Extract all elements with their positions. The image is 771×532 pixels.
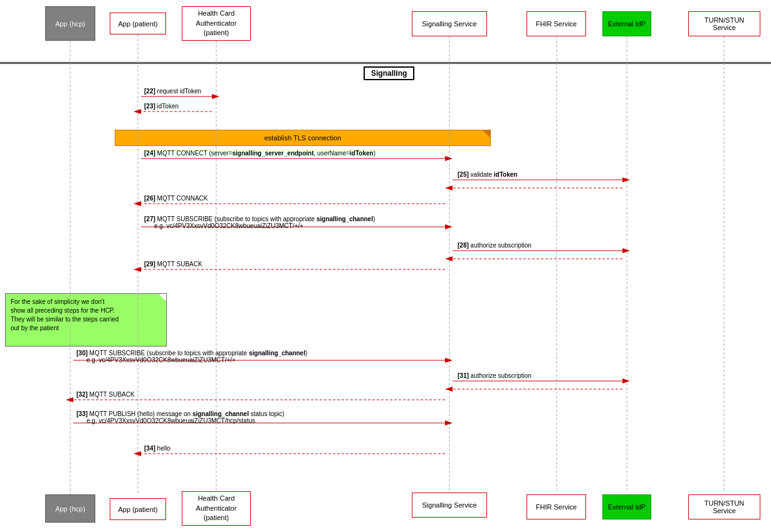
tls-box: establish TLS connection: [115, 130, 491, 146]
note-corner: [159, 294, 166, 301]
msg-32: [32] MQTT SUBACK: [76, 391, 135, 398]
participant-externalidp-bottom: External IdP: [602, 494, 651, 519]
msg-34: [34] hello: [144, 445, 170, 452]
participant-fhir-top: FHIR Service: [527, 11, 586, 36]
msg-33: [33] MQTT PUBLISH (hello) message on sig…: [76, 410, 285, 424]
msg-22: [22] request idToken: [144, 88, 201, 95]
svg-marker-28: [445, 358, 453, 363]
svg-marker-38: [134, 451, 141, 456]
participant-authenticator-top: Health CardAuthenticator (patient): [182, 6, 251, 41]
msg-26: [26] MQTT CONNACK: [144, 195, 208, 202]
participant-authenticator-bottom: Health CardAuthenticator (patient): [182, 491, 251, 526]
msg-23: [23] idToken: [144, 103, 179, 110]
note-box: For the sake of simplicity we don'tshow …: [5, 293, 167, 347]
svg-marker-20: [445, 224, 453, 229]
participant-fhir-bottom: FHIR Service: [527, 494, 586, 519]
participant-turnstun-bottom: TURN/STUN Service: [688, 494, 760, 519]
svg-marker-12: [445, 156, 453, 161]
msg-27: [27] MQTT SUBSCRIBE (subscribe to topics…: [144, 216, 375, 229]
svg-marker-24: [445, 256, 453, 261]
svg-marker-26: [134, 267, 141, 272]
participant-patient-top: App (patient): [110, 13, 166, 34]
svg-marker-18: [134, 201, 141, 206]
svg-marker-14: [622, 177, 630, 182]
msg-29: [29] MQTT SUBACK: [144, 261, 202, 268]
participant-patient-bottom: App (patient): [110, 498, 166, 520]
participant-signalling-bottom: Signalling Service: [412, 493, 487, 518]
msg-24: [24] MQTT CONNECT (server=signalling_ser…: [144, 150, 375, 157]
msg-28: [28] authorize subscription: [458, 242, 532, 249]
msg-25: [25] validate idToken: [458, 171, 517, 178]
diagram-container: App (hcp) App (patient) Health CardAuthe…: [0, 0, 771, 532]
svg-marker-10: [134, 109, 141, 114]
participant-hcp-top: App (hcp): [45, 6, 95, 41]
svg-marker-30: [622, 378, 630, 383]
svg-marker-34: [66, 397, 73, 402]
svg-marker-22: [622, 248, 630, 253]
participant-turnstun-top: TURN/STUN Service: [688, 11, 760, 36]
participant-signalling-top: Signalling Service: [412, 11, 487, 36]
msg-30: [30] MQTT SUBSCRIBE (subscribe to topics…: [76, 350, 307, 363]
section-label: Signalling: [364, 66, 414, 80]
msg-31: [31] authorize subscription: [458, 372, 532, 379]
svg-marker-8: [212, 94, 219, 99]
svg-marker-16: [445, 185, 453, 190]
participant-hcp-bottom: App (hcp): [45, 494, 95, 523]
svg-marker-36: [445, 420, 453, 425]
participant-externalidp-top: External IdP: [602, 11, 651, 36]
svg-marker-32: [445, 387, 453, 392]
section-divider: [0, 62, 771, 64]
